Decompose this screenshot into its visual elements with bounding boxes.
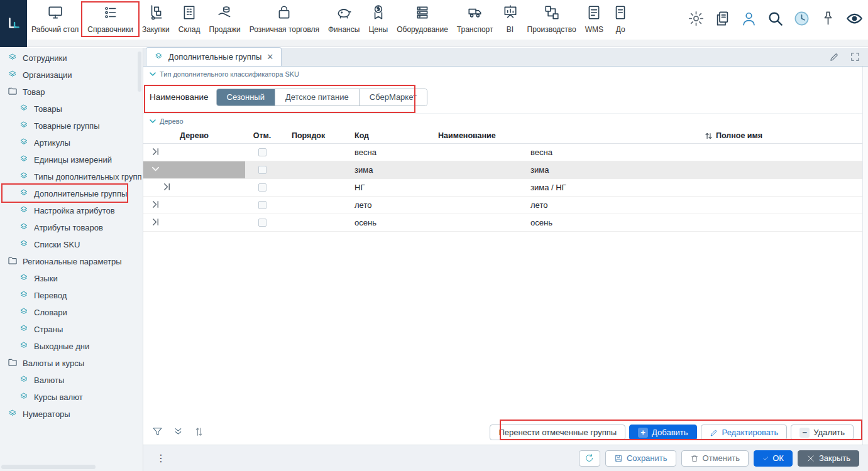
kebab-icon[interactable]: ⋮ [156, 452, 166, 464]
edit-button[interactable]: Редактировать [701, 425, 788, 440]
column-header-full-name[interactable]: Полное имя [694, 131, 862, 140]
sidebar-item-exchange-rates[interactable]: Курсы валют [0, 389, 143, 406]
sidebar-horizontal-scrollbar[interactable] [1, 465, 96, 469]
delete-button[interactable]: −Удалить [791, 425, 854, 440]
search-icon[interactable] [767, 10, 784, 29]
edit-icon[interactable] [829, 51, 840, 64]
toolbar-item-retail[interactable]: Розничная торговля [245, 3, 324, 35]
sidebar-folder-regional-params[interactable]: Региональные параметры [0, 253, 143, 270]
segment-sbermarket[interactable]: СберМаркет [360, 89, 427, 106]
sidebar-item-units[interactable]: Единицы измерений [0, 151, 143, 168]
sidebar-item-products[interactable]: Товары [0, 100, 143, 117]
sidebar-folder-currencies-rates[interactable]: Валюты и курсы [0, 355, 143, 372]
table-row[interactable]: зима зима [143, 161, 862, 179]
table-row[interactable]: НГ зима / НГ [143, 179, 862, 197]
sort-order-icon[interactable] [194, 426, 204, 439]
sidebar-item-dictionaries[interactable]: Словари [0, 304, 143, 321]
sidebar-item-product-attributes[interactable]: Атрибуты товаров [0, 219, 143, 236]
sidebar-item-label: Товар [23, 87, 45, 97]
layers-icon [19, 205, 29, 217]
segment-baby-food[interactable]: Детское питание [275, 89, 360, 106]
sidebar-item-sku-lists[interactable]: Списки SKU [0, 236, 143, 253]
filter-icon[interactable] [152, 426, 163, 439]
clock-icon[interactable] [793, 10, 810, 29]
toolbar-item-purchases[interactable]: Закупки [138, 3, 174, 35]
sidebar-item-label: Страны [34, 325, 63, 334]
app-logo[interactable] [0, 0, 27, 47]
section-classifier-type[interactable]: Тип дополнительного классификатора SKU [143, 67, 862, 81]
column-header-tree[interactable]: Дерево [143, 131, 245, 140]
row-checkbox[interactable] [258, 148, 266, 156]
copy-document-icon[interactable] [714, 10, 731, 29]
collapse-all-icon[interactable] [173, 426, 184, 439]
settings-icon[interactable] [688, 10, 705, 29]
eye-icon[interactable] [846, 10, 863, 29]
toolbar-item-bi[interactable]: BI [498, 3, 523, 35]
toolbar-item-documents[interactable]: До [608, 3, 633, 35]
sidebar-item-employees[interactable]: Сотрудники [0, 50, 143, 67]
tab-additional-groups[interactable]: Дополнительные группы ✕ [146, 47, 282, 66]
expand-node-icon[interactable] [151, 217, 160, 229]
full-name-cell: осень [430, 218, 694, 227]
sidebar-item-product-groups[interactable]: Товарные группы [0, 117, 143, 134]
save-button[interactable]: Сохранить [605, 450, 676, 467]
sidebar-item-articles[interactable]: Артикулы [0, 134, 143, 151]
row-checkbox[interactable] [258, 183, 266, 192]
row-checkbox[interactable] [258, 201, 266, 209]
sidebar-item-label: Настройка атрибутов [34, 206, 115, 215]
toolbar-item-directories[interactable]: Справочники [83, 3, 138, 35]
move-checked-groups-button[interactable]: Перенести отмеченные группы [490, 425, 625, 440]
ok-button[interactable]: ОК [754, 450, 793, 467]
toolbar-item-wms[interactable]: WMS [581, 3, 608, 35]
table-row[interactable]: весна весна [143, 144, 862, 161]
toolbar-item-warehouse[interactable]: Склад [174, 3, 205, 35]
collapse-node-icon[interactable] [151, 165, 160, 176]
toolbar-item-desktop[interactable]: Рабочий стол [27, 3, 83, 35]
sidebar-folder-product[interactable]: Товар [0, 84, 143, 100]
toolbar-item-finance[interactable]: Финансы [324, 3, 364, 35]
fullscreen-icon[interactable] [850, 51, 860, 64]
toolbar-item-transport[interactable]: Транспорт [453, 3, 498, 35]
toolbar-item-equipment[interactable]: Оборудование [392, 3, 453, 35]
table-row[interactable]: лето лето [143, 197, 862, 214]
column-header-checked[interactable]: Отм. [245, 131, 279, 140]
sidebar-item-organizations[interactable]: Организации [0, 67, 143, 84]
close-tab-icon[interactable]: ✕ [266, 52, 273, 62]
sidebar-item-additional-group-types[interactable]: Типы дополнительных групп [0, 168, 143, 185]
pin-icon[interactable] [820, 10, 837, 29]
equipment-icon [414, 4, 431, 23]
sidebar-item-additional-groups[interactable]: Дополнительные группы [0, 185, 143, 202]
save-icon [614, 454, 623, 463]
sidebar-item-languages[interactable]: Языки [0, 270, 143, 287]
toolbar-item-prices[interactable]: Цены [364, 3, 392, 35]
close-button[interactable]: Закрыть [798, 450, 859, 467]
sidebar-item-holidays[interactable]: Выходные дни [0, 338, 143, 355]
add-button[interactable]: +Добавить [629, 425, 696, 440]
column-header-name[interactable]: Наименование [430, 131, 694, 140]
expand-node-icon[interactable] [151, 200, 160, 211]
segment-seasonal[interactable]: Сезонный [217, 89, 275, 106]
layers-icon [8, 408, 18, 420]
sidebar-item-translation[interactable]: Перевод [0, 287, 143, 304]
cancel-button[interactable]: Отменить [681, 450, 749, 467]
sidebar-item-numerators[interactable]: Нумераторы [0, 406, 143, 423]
sidebar-item-countries[interactable]: Страны [0, 321, 143, 338]
section-tree[interactable]: Дерево [143, 114, 862, 128]
content-vertical-scrollbar[interactable] [862, 67, 868, 445]
user-icon[interactable] [740, 10, 757, 29]
column-header-order[interactable]: Порядок [279, 131, 342, 140]
table-row[interactable]: осень осень [143, 214, 862, 232]
sidebar-item-currencies[interactable]: Валюты [0, 372, 143, 389]
toolbar-item-sales[interactable]: Продажи [205, 3, 245, 35]
expand-node-icon[interactable] [162, 182, 172, 193]
row-checkbox[interactable] [258, 166, 266, 174]
refresh-button[interactable] [579, 450, 600, 467]
sidebar-vertical-scrollbar[interactable] [138, 51, 141, 92]
expand-node-icon[interactable] [151, 147, 160, 158]
row-checkbox[interactable] [258, 219, 266, 227]
toolbar-item-label: Рабочий стол [31, 25, 79, 34]
sidebar-item-attribute-settings[interactable]: Настройка атрибутов [0, 202, 143, 219]
layers-icon [19, 137, 29, 149]
toolbar-item-production[interactable]: Производство [523, 3, 581, 35]
column-header-code[interactable]: Код [342, 131, 430, 140]
